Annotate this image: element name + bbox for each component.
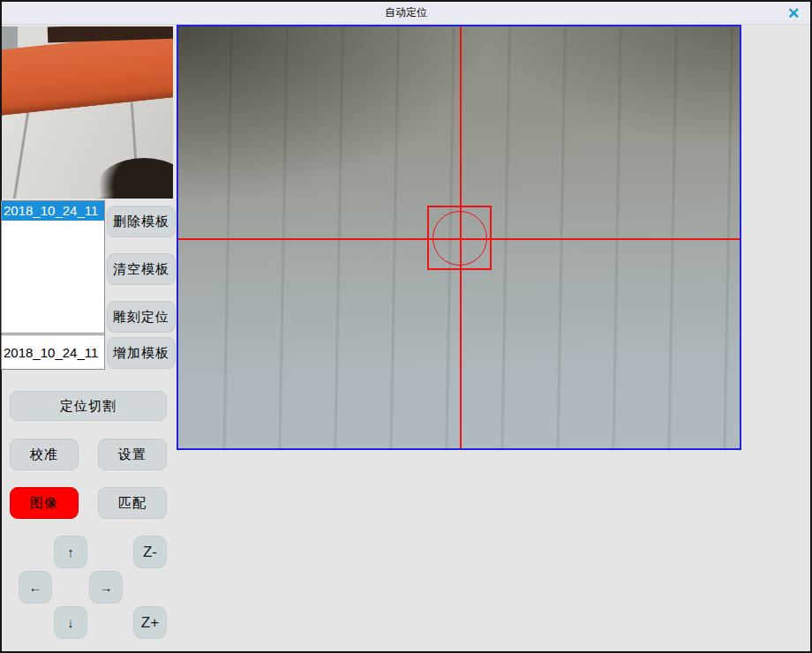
engrave-position-button[interactable]: 雕刻定位 [107, 301, 176, 333]
arrow-right-icon: → [100, 580, 113, 595]
thumbnail-dark-object [95, 158, 173, 199]
match-button[interactable]: 匹配 [98, 487, 167, 519]
calibrate-button[interactable]: 校准 [10, 439, 79, 470]
jog-right-button[interactable]: → [89, 571, 123, 604]
template-thumbnail [2, 26, 173, 199]
list-item[interactable]: 2018_10_24_11 [2, 201, 104, 221]
arrow-down-icon: ↓ [67, 615, 74, 630]
jog-down-button[interactable]: ↓ [54, 606, 87, 639]
close-icon[interactable]: ✕ [784, 4, 803, 22]
clear-templates-button[interactable]: 清空模板 [107, 253, 176, 285]
arrow-up-icon: ↑ [67, 544, 74, 559]
target-circle-overlay [432, 211, 487, 266]
camera-view[interactable] [177, 25, 741, 450]
auto-position-dialog: 自动定位 ✕ 2018_10_24_11 删除模板 清空模板 雕刻定位 增加模板… [0, 0, 812, 653]
target-square-overlay [427, 206, 492, 270]
jog-up-button[interactable]: ↑ [54, 536, 87, 568]
page-title: 自动定位 [385, 5, 427, 20]
image-button[interactable]: 图像 [10, 487, 79, 519]
add-template-button[interactable]: 增加模板 [107, 337, 176, 369]
tile-grout-line [8, 109, 30, 199]
arrow-left-icon: ← [29, 580, 42, 595]
template-list[interactable]: 2018_10_24_11 [1, 200, 105, 334]
jog-left-button[interactable]: ← [19, 571, 52, 604]
jog-z-minus-button[interactable]: Z- [133, 536, 167, 568]
delete-template-button[interactable]: 删除模板 [107, 206, 176, 237]
jog-z-plus-button[interactable]: Z+ [133, 606, 167, 639]
template-name-field[interactable] [1, 334, 105, 370]
title-bar[interactable]: 自动定位 ✕ [2, 2, 810, 25]
settings-button[interactable]: 设置 [98, 439, 167, 470]
position-cut-button[interactable]: 定位切割 [10, 391, 167, 421]
